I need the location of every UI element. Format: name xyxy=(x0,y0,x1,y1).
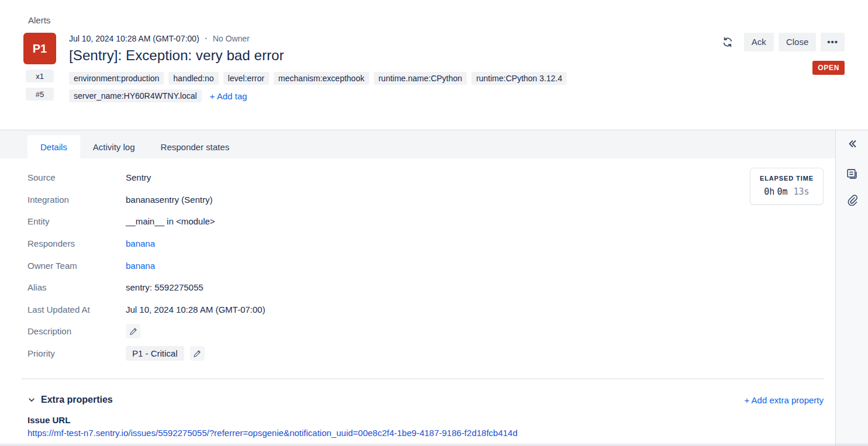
tag-chip[interactable]: runtime.name:CPython xyxy=(374,72,467,85)
alert-owner: No Owner xyxy=(213,34,250,43)
alert-number-badge: #5 xyxy=(26,88,54,101)
field-value: sentry: 5592275055 xyxy=(126,282,204,292)
tab-activity-log[interactable]: Activity log xyxy=(80,135,148,158)
field-row-priority: PriorityP1 - Critical xyxy=(27,343,824,365)
tag-chip[interactable]: server_name:HY60R4WTNY.local xyxy=(69,89,202,102)
field-label: Source xyxy=(27,172,126,182)
meta-separator-dot: • xyxy=(205,36,207,42)
ack-button[interactable]: Ack xyxy=(744,33,774,51)
field-value: Sentry xyxy=(126,172,151,182)
field-link[interactable]: banana xyxy=(126,238,155,248)
field-label: Alias xyxy=(27,282,126,292)
breadcrumb[interactable]: Alerts xyxy=(0,0,868,25)
tag-chip[interactable]: runtime:CPython 3.12.4 xyxy=(471,72,567,85)
field-row-source: SourceSentry xyxy=(27,167,824,189)
field-value xyxy=(126,324,140,338)
field-label: Owner Team xyxy=(27,261,126,271)
tab-details[interactable]: Details xyxy=(27,135,80,158)
status-badge: OPEN xyxy=(812,61,845,75)
alert-title: [Sentry]: Exception: very bad error xyxy=(69,47,722,64)
pencil-icon xyxy=(193,350,201,358)
elapsed-time-box: ELAPSED TIME 0h0m13s xyxy=(750,168,824,205)
section-divider xyxy=(22,378,824,379)
pencil-icon xyxy=(129,327,137,336)
field-label: Last Updated At xyxy=(27,305,126,314)
field-value: __main__ in <module> xyxy=(126,216,215,226)
close-button[interactable]: Close xyxy=(779,33,816,51)
notes-icon[interactable] xyxy=(846,168,858,180)
extra-properties-title: Extra properties xyxy=(41,395,113,405)
field-value: bananasentry (Sentry) xyxy=(126,195,212,205)
field-value: Jul 10, 2024 10:28 AM (GMT-07:00) xyxy=(126,305,265,314)
tag-chip[interactable]: environment:production xyxy=(69,72,164,85)
alert-header: Alerts P1 x1 #5 Jul 10, 2024 10:28 AM (G… xyxy=(0,0,868,130)
attachment-paperclip-icon[interactable] xyxy=(846,194,858,206)
elapsed-time-label: ELAPSED TIME xyxy=(760,175,814,182)
chevron-down-icon xyxy=(27,396,36,404)
field-row-description: Description xyxy=(27,320,824,343)
issue-url-label: Issue URL xyxy=(27,415,824,425)
field-label: Priority xyxy=(27,348,126,358)
alert-timestamp: Jul 10, 2024 10:28 AM (GMT-07:00) xyxy=(69,34,199,43)
issue-url-link[interactable]: https://mf-test-n7.sentry.io/issues/5592… xyxy=(27,428,805,438)
elapsed-minutes: 0m xyxy=(777,186,787,197)
tab-responder-states[interactable]: Responder states xyxy=(148,135,243,158)
field-value: banana xyxy=(126,238,155,248)
edit-pencil-button[interactable] xyxy=(190,346,205,361)
field-row-last-updated-at: Last Updated AtJul 10, 2024 10:28 AM (GM… xyxy=(27,299,824,321)
details-panel: ELAPSED TIME 0h0m13s SourceSentryIntegra… xyxy=(0,158,835,445)
field-row-owner-team: Owner Teambanana xyxy=(27,254,824,276)
field-label: Description xyxy=(27,326,126,336)
field-link[interactable]: banana xyxy=(126,261,155,271)
right-rail xyxy=(835,130,868,445)
field-row-entity: Entity__main__ in <module> xyxy=(27,210,824,233)
edit-pencil-button[interactable] xyxy=(126,324,140,338)
field-row-alias: Aliassentry: 5592275055 xyxy=(27,276,824,299)
count-badge: x1 xyxy=(26,70,54,82)
extra-properties-toggle[interactable]: Extra properties xyxy=(27,395,113,405)
more-actions-button[interactable]: ••• xyxy=(821,33,845,51)
elapsed-hours: 0h xyxy=(764,186,774,197)
auto-refresh-icon[interactable] xyxy=(722,36,733,48)
add-tag-link[interactable]: + Add tag xyxy=(210,91,247,101)
field-value: P1 - Critical xyxy=(126,346,205,361)
tag-chip[interactable]: mechanism:excepthook xyxy=(274,72,369,85)
priority-chip: P1 - Critical xyxy=(126,346,184,361)
field-label: Responders xyxy=(27,238,126,248)
field-label: Entity xyxy=(27,216,126,226)
tab-bar: DetailsActivity logResponder states xyxy=(0,130,835,158)
tags-row: environment:productionhandled:nolevel:er… xyxy=(69,72,701,102)
field-row-responders: Respondersbanana xyxy=(27,233,824,255)
field-value: banana xyxy=(126,261,155,271)
tag-chip[interactable]: level:error xyxy=(223,72,269,85)
tag-chip[interactable]: handled:no xyxy=(168,72,218,85)
field-row-integration: Integrationbananasentry (Sentry) xyxy=(27,189,824,211)
elapsed-seconds: 13s xyxy=(793,186,809,197)
priority-badge: P1 xyxy=(23,33,56,64)
collapse-panel-icon[interactable] xyxy=(846,138,858,150)
field-label: Integration xyxy=(27,195,126,205)
add-extra-property-link[interactable]: + Add extra property xyxy=(745,395,824,405)
fields-list: SourceSentryIntegrationbananasentry (Sen… xyxy=(27,167,824,364)
